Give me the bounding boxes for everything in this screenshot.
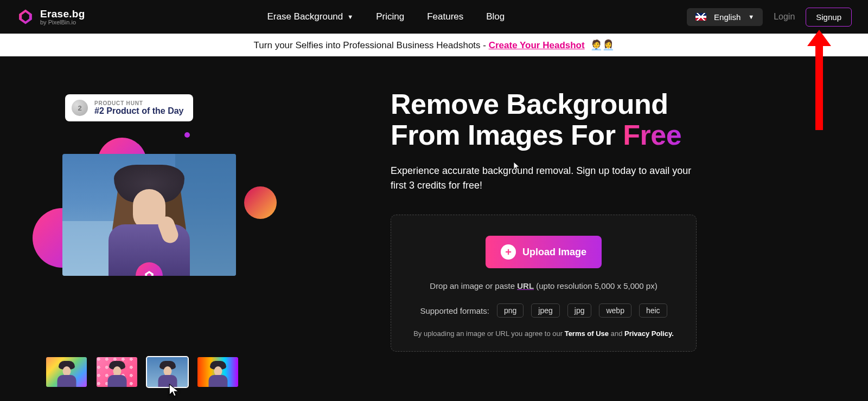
nav-blog[interactable]: Blog	[486, 11, 505, 22]
logo-title: Erase.bg	[40, 8, 85, 20]
medal-icon: 2	[72, 100, 88, 116]
preview-image	[62, 154, 236, 276]
ph-label: PRODUCT HUNT	[94, 100, 183, 106]
promo-banner: Turn your Selfies into Professional Busi…	[0, 34, 868, 56]
ph-rank: #2 Product of the Day	[94, 106, 183, 116]
sample-person	[100, 162, 198, 276]
logo[interactable]: Erase.bg by PixelBin.io	[16, 8, 85, 26]
logo-icon	[16, 8, 35, 26]
hero-subtitle: Experience accurate background removal. …	[391, 164, 694, 193]
format-pill: jpeg	[531, 303, 559, 318]
formats-row: Supported formats: png jpeg jpg webp hei…	[407, 303, 680, 318]
main-content: 2 PRODUCT HUNT #2 Product of the Day	[0, 56, 868, 387]
decorative-bubble	[184, 132, 190, 138]
nav-pricing[interactable]: Pricing	[376, 11, 404, 22]
preview-area	[49, 154, 288, 333]
banner-emoji: 🧑‍💼👩‍💼	[590, 40, 614, 50]
drop-instruction: Drop an image or paste URL (upto resolut…	[407, 281, 680, 290]
product-hunt-badge[interactable]: 2 PRODUCT HUNT #2 Product of the Day	[65, 94, 193, 121]
thumbnail-active[interactable]	[147, 357, 188, 387]
chevron-down-icon: ▼	[347, 14, 353, 20]
banner-text: Turn your Selfies into Professional Busi…	[254, 40, 489, 50]
plus-icon: +	[501, 244, 516, 260]
format-pill: webp	[599, 303, 631, 318]
format-pill: heic	[639, 303, 667, 318]
login-link[interactable]: Login	[774, 12, 795, 22]
terms-text: By uploading an image or URL you agree t…	[407, 329, 680, 338]
decorative-bubble	[244, 186, 277, 219]
thumbnail[interactable]	[197, 357, 238, 387]
thumbnail[interactable]	[97, 357, 137, 387]
logo-subtitle: by PixelBin.io	[40, 19, 85, 25]
thumbnail[interactable]	[46, 357, 87, 387]
nav-erase-background[interactable]: Erase Background ▼	[267, 11, 353, 22]
thumbnail-row	[46, 357, 358, 387]
header-right: English ▼ Login Signup	[687, 8, 852, 27]
header: Erase.bg by PixelBin.io Erase Background…	[0, 0, 868, 34]
chevron-down-icon: ▼	[748, 14, 754, 20]
nav-features[interactable]: Features	[427, 11, 463, 22]
hero-preview-column: 2 PRODUCT HUNT #2 Product of the Day	[33, 78, 358, 387]
format-pill: jpg	[567, 303, 592, 318]
hero-text-column: Remove Background From Images For Free E…	[391, 78, 835, 387]
formats-label: Supported formats:	[420, 306, 489, 315]
flag-icon	[695, 13, 706, 21]
privacy-link[interactable]: Privacy Policy.	[624, 329, 674, 338]
format-pill: png	[497, 303, 524, 318]
banner-link[interactable]: Create Your Headshot	[489, 40, 585, 50]
upload-image-button[interactable]: + Upload Image	[486, 236, 602, 268]
language-label: English	[714, 12, 741, 22]
language-select[interactable]: English ▼	[687, 8, 763, 26]
main-nav: Erase Background ▼ Pricing Features Blog	[267, 11, 505, 22]
paste-url-link[interactable]: URL	[517, 281, 534, 290]
hero-title: Remove Background From Images For Free	[391, 89, 835, 151]
upload-box[interactable]: + Upload Image Drop an image or paste UR…	[391, 215, 697, 352]
signup-button[interactable]: Signup	[806, 8, 852, 27]
terms-link[interactable]: Terms of Use	[565, 329, 609, 338]
